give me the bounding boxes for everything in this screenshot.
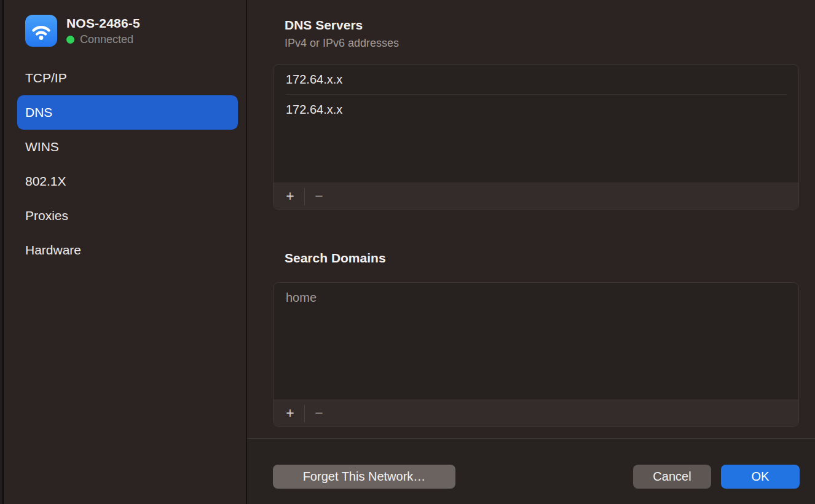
dns-server-entry[interactable]: 172.64.x.x (274, 95, 798, 124)
network-meta: NOS-2486-5 Connected (66, 16, 140, 46)
dns-servers-list-toolbar: + − (274, 183, 798, 210)
ok-button[interactable]: OK (721, 465, 800, 489)
search-domains-list-toolbar: + − (274, 400, 798, 427)
sidebar-item-wins[interactable]: WINS (17, 130, 238, 164)
remove-dns-server-button[interactable]: − (309, 188, 329, 205)
sidebar: NOS-2486-5 Connected TCP/IP DNS WINS 802… (4, 0, 247, 504)
dns-servers-heading: DNS Servers (285, 18, 363, 33)
sidebar-item-proxies[interactable]: Proxies (17, 199, 238, 233)
add-search-domain-button[interactable]: + (280, 405, 301, 422)
dns-pane: DNS Servers IPv4 or IPv6 addresses 172.6… (247, 0, 815, 504)
network-status: Connected (66, 33, 140, 46)
dns-servers-subheading: IPv4 or IPv6 addresses (285, 37, 399, 50)
sidebar-nav: TCP/IP DNS WINS 802.1X Proxies Hardware (17, 61, 238, 267)
forget-network-button[interactable]: Forget This Network… (273, 465, 455, 489)
wifi-icon (25, 15, 57, 47)
footer-divider (247, 438, 815, 439)
toolbar-separator (304, 405, 305, 422)
remove-search-domain-button[interactable]: − (309, 405, 329, 422)
dns-servers-list: 172.64.x.x 172.64.x.x + − (273, 64, 799, 210)
network-name: NOS-2486-5 (66, 16, 140, 31)
network-details-sheet: NOS-2486-5 Connected TCP/IP DNS WINS 802… (0, 0, 815, 504)
dns-server-entry[interactable]: 172.64.x.x (274, 65, 798, 94)
search-domains-heading: Search Domains (285, 251, 386, 266)
sidebar-item-hardware[interactable]: Hardware (17, 233, 238, 267)
sidebar-item-8021x[interactable]: 802.1X (17, 164, 238, 199)
network-header: NOS-2486-5 Connected (25, 15, 140, 47)
connected-status-icon (66, 36, 74, 44)
sidebar-item-tcpip[interactable]: TCP/IP (17, 61, 238, 95)
add-dns-server-button[interactable]: + (280, 188, 301, 205)
connected-status-label: Connected (80, 33, 133, 46)
search-domain-entry[interactable]: home (274, 283, 798, 312)
sidebar-item-dns[interactable]: DNS (17, 95, 238, 130)
search-domains-list: home + − (273, 282, 799, 427)
cancel-button[interactable]: Cancel (633, 465, 711, 489)
toolbar-separator (304, 188, 305, 205)
